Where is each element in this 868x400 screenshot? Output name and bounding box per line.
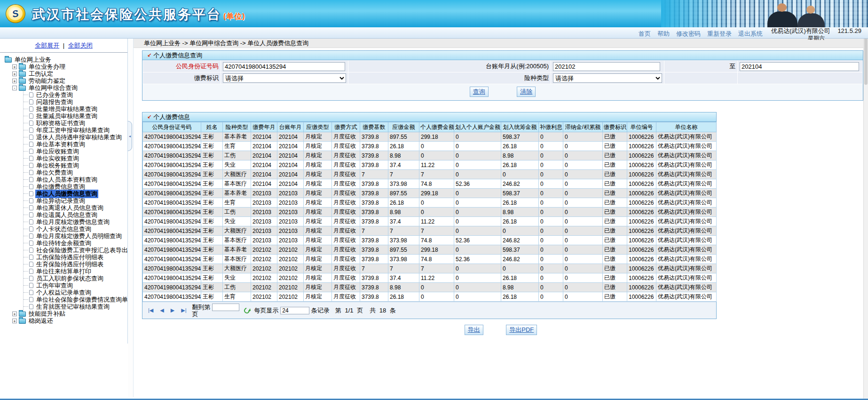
table-cell: 大额医疗	[223, 264, 251, 273]
insurance-type-select[interactable]: 请选择	[553, 73, 662, 83]
first-page-icon[interactable]: |◀	[147, 307, 154, 313]
table-row[interactable]: 420704198004135294王彬基本养老202104202104月核定月…	[143, 132, 717, 142]
document-icon	[29, 135, 33, 140]
nav-link-logout[interactable]: 退出系统	[738, 30, 763, 38]
table-row[interactable]: 420704198004135294王彬基本养老202102202102月核定月…	[143, 245, 717, 255]
table-row[interactable]: 420704198004135294王彬基本养老202103202103月核定月…	[143, 189, 717, 198]
app-header: S 武汉市社会保险公共服务平台(单位)	[0, 0, 868, 27]
table-cell: 8.98	[501, 283, 539, 292]
period-to-label: 至	[729, 63, 735, 70]
search-button[interactable]: 查询	[470, 87, 489, 97]
table-row[interactable]: 420704198004135294王彬生育202103202103月核定月度征…	[143, 198, 717, 208]
table-cell: 10006226	[627, 160, 656, 170]
sidebar-collapse-handle[interactable]: ◂	[128, 121, 132, 151]
table-row[interactable]: 420704198004135294王彬基本医疗202104202104月核定月…	[143, 179, 717, 189]
expand-toggle[interactable]: +	[12, 79, 17, 83]
next-page-icon[interactable]: ▶	[170, 307, 175, 313]
id-input[interactable]	[223, 62, 345, 71]
table-row[interactable]: 420704198004135294王彬基本医疗202102202102月核定月…	[143, 255, 717, 264]
table-cell: 优易达(武汉)有限公司	[656, 273, 717, 283]
last-page-icon[interactable]: ▶|	[180, 307, 187, 313]
table-cell: 202104	[277, 142, 304, 151]
table-cell: 0	[419, 142, 454, 151]
document-icon	[29, 128, 33, 133]
table-cell: 3739.8	[360, 236, 388, 245]
nav-link-help[interactable]: 帮助	[657, 30, 670, 38]
folder-icon	[19, 79, 26, 84]
tree-group[interactable]: +稳岗返还	[12, 317, 127, 324]
table-cell: 0	[454, 264, 501, 273]
table-cell: 0	[454, 283, 501, 292]
document-icon	[29, 240, 33, 246]
period-from-input[interactable]	[553, 62, 660, 71]
table-cell: 月度征收	[332, 170, 360, 179]
table-cell: 月核定	[304, 170, 332, 179]
header-photo	[661, 0, 868, 27]
column-header: 公民身份证号码	[143, 122, 201, 132]
login-info: 优易达(武汉)有限公司 121.5.29 星期六	[771, 27, 861, 40]
table-row[interactable]: 420704198004135294王彬生育202102202102月核定月度征…	[143, 292, 717, 302]
nav-link-home[interactable]: 首页	[639, 30, 651, 38]
page-jump-input[interactable]	[212, 304, 239, 311]
expand-toggle[interactable]: +	[12, 312, 17, 316]
export-pdf-button[interactable]: 导出PDF	[506, 325, 537, 335]
table-row[interactable]: 420704198004135294王彬工伤202102202102月核定月度征…	[143, 283, 717, 292]
table-cell: 8.98	[388, 208, 419, 217]
table-cell: 202103	[251, 236, 277, 245]
table-cell: 373.98	[388, 179, 419, 189]
table-cell: 优易达(武汉)有限公司	[656, 170, 717, 179]
expand-toggle[interactable]: -	[12, 86, 17, 90]
table-cell: 王彬	[201, 283, 223, 292]
table-row[interactable]: 420704198004135294王彬工伤202103202103月核定月度征…	[143, 208, 717, 217]
table-cell: 26.18	[388, 292, 419, 302]
table-cell: 0	[539, 236, 563, 245]
expand-all-link[interactable]: 全部展开	[35, 42, 59, 49]
go-refresh-icon[interactable]	[243, 306, 251, 314]
tree-item-label[interactable]: 生育就医登记审核结果查询	[35, 303, 110, 311]
query-section-header: ↙ 个人缴费信息查询	[142, 51, 863, 60]
table-row[interactable]: 420704198004135294王彬基本医疗202103202103月核定月…	[143, 236, 717, 245]
table-cell: 7	[388, 264, 419, 273]
table-cell: 420704198004135294	[143, 273, 201, 283]
period-to-input[interactable]	[740, 62, 859, 71]
expand-toggle[interactable]: +	[12, 319, 17, 323]
main-layout: 全部展开 | 全部关闭 单位网上业务+单位业务办理+工伤认定+劳动能力鉴定-单位…	[0, 39, 868, 397]
table-row[interactable]: 420704198004135294王彬失业202102202102月核定月度征…	[143, 273, 717, 283]
table-cell: 优易达(武汉)有限公司	[656, 217, 717, 226]
table-cell: 已缴	[603, 179, 627, 189]
nav-link-relogin[interactable]: 重新登录	[707, 30, 732, 38]
table-row[interactable]: 420704198004135294王彬工伤202104202104月核定月度征…	[143, 151, 717, 160]
table-cell: 0	[419, 151, 454, 160]
vertical-scrollbar[interactable]	[863, 27, 868, 399]
sidebar-splitter[interactable]: ◂	[128, 39, 134, 397]
table-row[interactable]: 420704198004135294王彬失业202104202104月核定月度征…	[143, 160, 717, 170]
tree-item[interactable]: 生育就医登记审核结果查询	[24, 303, 127, 310]
table-cell: 月核定	[304, 264, 332, 273]
pay-flag-select[interactable]: 请选择	[223, 73, 346, 83]
prev-page-icon[interactable]: ◀	[159, 307, 165, 313]
table-cell: 工伤	[223, 283, 251, 292]
table-row[interactable]: 420704198004135294王彬失业202103202103月核定月度征…	[143, 217, 717, 226]
table-row[interactable]: 420704198004135294王彬生育202104202104月核定月度征…	[143, 142, 717, 151]
tree-group-label[interactable]: 稳岗返还	[28, 317, 54, 325]
table-row[interactable]: 420704198004135294王彬大额医疗202102202102月核定月…	[143, 264, 717, 273]
table-cell: 202103	[277, 198, 304, 208]
table-cell: 420704198004135294	[143, 255, 201, 264]
per-page-input[interactable]	[280, 307, 309, 314]
table-row[interactable]: 420704198004135294王彬大额医疗202103202103月核定月…	[143, 226, 717, 236]
table-cell: 202102	[251, 273, 277, 283]
expand-toggle[interactable]: +	[12, 64, 17, 69]
page-info: 第 1/1 页	[334, 306, 364, 315]
table-cell: 420704198004135294	[143, 198, 201, 208]
clear-button[interactable]: 清除	[517, 87, 536, 97]
export-button[interactable]: 导出	[465, 325, 483, 335]
expand-toggle[interactable]: +	[12, 72, 17, 76]
table-cell: 202103	[251, 208, 277, 217]
table-cell: 优易达(武汉)有限公司	[656, 283, 717, 292]
collapse-all-link[interactable]: 全部关闭	[68, 42, 93, 49]
table-cell: 26.18	[388, 142, 419, 151]
nav-link-change-password[interactable]: 修改密码	[676, 30, 701, 38]
table-cell: 0	[539, 132, 563, 142]
document-icon	[29, 226, 33, 232]
table-row[interactable]: 420704198004135294王彬大额医疗202104202104月核定月…	[143, 170, 717, 179]
